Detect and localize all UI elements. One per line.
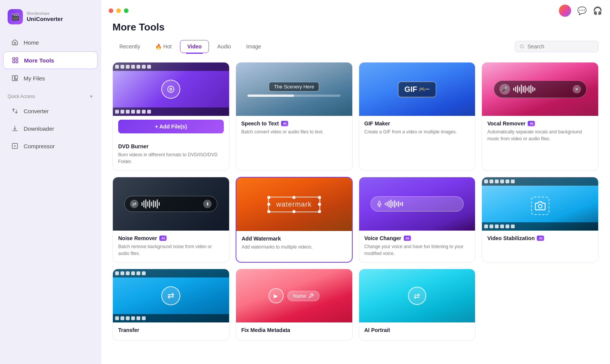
downloader-icon <box>11 124 19 133</box>
sidebar-item-compressor[interactable]: Compressor <box>3 138 98 154</box>
tab-video[interactable]: Video <box>180 40 209 53</box>
svg-rect-6 <box>15 80 18 81</box>
vocal-card-desc: Automatically separate vocals and backgr… <box>487 128 593 142</box>
tool-card-transfer[interactable]: ⇄ Transfer <box>112 269 230 341</box>
voice-waveform <box>371 196 464 212</box>
speech-card-title: Speech to Text AI <box>241 120 347 127</box>
camera-icon <box>535 200 546 211</box>
sidebar-item-converter[interactable]: Converter <box>3 103 98 119</box>
watermark-card-body: Add Watermark Add watermarks to multiple… <box>236 231 352 256</box>
converter-icon <box>11 107 19 115</box>
wm-handle-br <box>318 210 321 213</box>
logo-icon: 🎬 <box>8 9 23 24</box>
compressor-icon <box>11 142 19 150</box>
arrow-down: ⬇ <box>203 200 212 208</box>
tool-card-noise-remover[interactable]: ⇄ ⬇ Noise Remover AI Batch remove backgr… <box>112 177 230 263</box>
user-avatar[interactable] <box>559 5 571 17</box>
sidebar-item-more-tools[interactable]: More Tools <box>3 51 98 69</box>
svg-point-9 <box>168 86 174 93</box>
minimize-dot[interactable] <box>116 8 121 13</box>
tool-card-fix-media-metadata[interactable]: ▶ Name Fix Media Metadata <box>236 269 353 341</box>
converter-label: Converter <box>24 108 49 114</box>
metadata-name-box: Name <box>287 291 320 301</box>
app-logo: 🎬 Wondershare UniConverter <box>0 6 101 34</box>
speech-card-body: Speech to Text AI Batch convert video or… <box>236 116 352 141</box>
close-action: ✕ <box>573 85 581 93</box>
titlebar: 💬 🎧 <box>101 0 610 21</box>
quick-access-header: Quick Access + <box>0 87 101 102</box>
svg-point-11 <box>538 205 542 208</box>
vocal-overlay: 🎤 ✕ <box>482 63 598 116</box>
sidebar-item-my-files[interactable]: My Files <box>3 70 98 87</box>
close-dot[interactable] <box>109 8 113 13</box>
dvd-disc-icon <box>161 80 180 99</box>
tab-recently[interactable]: Recently <box>112 40 147 53</box>
svg-rect-1 <box>16 58 18 59</box>
tool-card-dvd-burner[interactable]: + Add File(s) DVD Burner Burn videos in … <box>112 62 230 171</box>
sidebar-item-downloader[interactable]: Downloader <box>3 120 98 137</box>
noise-overlay: ⇄ ⬇ <box>113 177 229 231</box>
gif-card-desc: Create a GIF from a video or multiple im… <box>364 128 470 135</box>
noise-waveform-bars <box>141 199 200 208</box>
tab-bar: Recently 🔥 Hot Video Audio Image <box>112 40 599 53</box>
voice-card-title: Voice Changer AI <box>364 235 470 241</box>
page-title: More Tools <box>112 21 599 33</box>
svg-rect-0 <box>13 58 14 59</box>
tool-card-voice-changer[interactable]: Voice Changer AI Change your voice and h… <box>359 177 476 263</box>
search-input[interactable] <box>528 43 594 50</box>
ai-badge: AI <box>281 121 288 126</box>
voice-waveform-bars <box>385 200 458 208</box>
dvd-card-desc: Burn videos in different formats to DVD/… <box>118 151 224 165</box>
tool-card-vocal-remover[interactable]: 🎤 ✕ Vocal Remover AI Automatically separ <box>482 62 599 171</box>
tab-audio[interactable]: Audio <box>210 40 238 53</box>
watermark-card-desc: Add watermarks to multiple videos. <box>242 244 347 250</box>
content-area: More Tools Recently 🔥 Hot Video Audio Im… <box>101 21 610 364</box>
chat-icon[interactable]: 💬 <box>577 6 587 15</box>
ai-badge-noise: AI <box>159 236 167 241</box>
tool-card-speech-to-text[interactable]: The Scenery Here Speech to Text AI Batch… <box>236 62 353 171</box>
my-files-icon <box>11 74 19 82</box>
tool-card-gif-maker[interactable]: GIF 🎮··· GIF Maker Create a GIF from a v… <box>359 62 476 171</box>
mic-voice-icon <box>376 201 382 207</box>
stab-card-body: Video Stabilization AI <box>482 231 598 249</box>
quick-access-label: Quick Access <box>8 94 35 99</box>
transfer-card-title: Transfer <box>118 327 224 333</box>
speech-progress-fill <box>247 95 294 97</box>
tool-card-add-watermark[interactable]: watermark Add W <box>236 177 353 263</box>
noise-card-desc: Batch remove background noise from video… <box>118 243 224 257</box>
search-icon <box>520 44 525 49</box>
sidebar-item-home[interactable]: Home <box>3 34 98 51</box>
tool-card-video-stabilization[interactable]: Video Stabilization AI <box>482 177 599 263</box>
noise-card-body: Noise Remover AI Batch remove background… <box>113 231 229 262</box>
search-box[interactable] <box>515 41 599 52</box>
main-content: 💬 🎧 More Tools Recently 🔥 Hot Video Audi… <box>101 0 610 364</box>
transfer-icon: ⇄ <box>161 286 180 305</box>
dvd-card-body: DVD Burner Burn videos in different form… <box>113 139 229 170</box>
metadata-play-icon: ▶ <box>268 288 284 303</box>
wm-handle-mr <box>318 203 321 206</box>
portrait-card-title: AI Portrait <box>364 327 470 333</box>
voice-card-body: Voice Changer AI Change your voice and h… <box>359 231 475 262</box>
compressor-label: Compressor <box>24 143 55 149</box>
maximize-dot[interactable] <box>124 8 128 13</box>
logo-text: Wondershare UniConverter <box>27 11 63 22</box>
svg-point-8 <box>520 45 523 48</box>
dvd-card-title: DVD Burner <box>118 143 224 149</box>
add-files-button[interactable]: + Add File(s) <box>118 120 224 133</box>
tab-image[interactable]: Image <box>239 40 268 53</box>
watermark-box: watermark <box>268 197 320 212</box>
svg-rect-3 <box>16 61 18 63</box>
left-arrows: ⇄ <box>130 200 138 208</box>
stab-frame <box>531 197 549 215</box>
transfer-card-body: Transfer <box>113 322 229 340</box>
wm-handle-bl <box>267 210 270 213</box>
metadata-overlay: ▶ Name <box>236 269 352 322</box>
vocal-waveform: 🎤 ✕ <box>494 80 587 98</box>
window-controls <box>109 8 128 13</box>
headphone-icon[interactable]: 🎧 <box>593 6 602 15</box>
tab-hot[interactable]: 🔥 Hot <box>148 40 178 53</box>
film-strip-bottom <box>113 107 229 116</box>
svg-point-10 <box>170 88 172 90</box>
quick-access-add-button[interactable]: + <box>90 93 93 100</box>
tool-card-ai-portrait[interactable]: ⇄ AI Portrait <box>359 269 476 341</box>
